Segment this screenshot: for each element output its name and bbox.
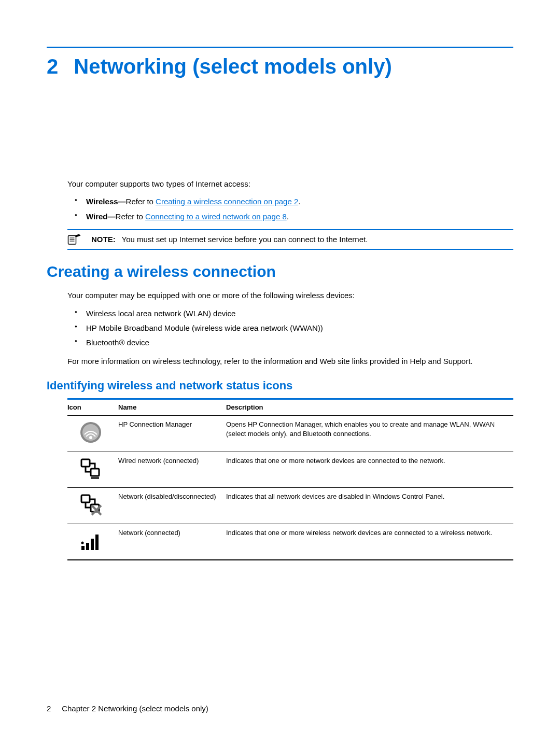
document-page: 2 Networking (select models only) Your c… bbox=[0, 0, 560, 745]
icon-name: Wired network (connected) bbox=[118, 452, 226, 488]
list-item: Wireless—Refer to Creating a wireless co… bbox=[67, 196, 513, 207]
svg-rect-17 bbox=[95, 535, 99, 550]
wireless-device-list: Wireless local area network (WLAN) devic… bbox=[67, 308, 513, 348]
note-box: NOTE: You must set up Internet service b… bbox=[67, 229, 513, 250]
icon-desc: Indicates that all network devices are d… bbox=[226, 488, 513, 524]
table-row: Wired network (connected) Indicates that… bbox=[67, 452, 513, 488]
col-description: Description bbox=[226, 399, 513, 416]
note-icon bbox=[67, 233, 83, 246]
svg-point-6 bbox=[89, 436, 92, 439]
wireless-link[interactable]: Creating a wireless connection on page 2 bbox=[156, 197, 298, 206]
svg-rect-0 bbox=[68, 235, 76, 244]
col-name: Name bbox=[118, 399, 226, 416]
list-item: Wireless local area network (WLAN) devic… bbox=[67, 308, 513, 319]
footer-chapter-label: Chapter 2 Networking (select models only… bbox=[62, 704, 208, 713]
list-item: HP Mobile Broadband Module (wireless wid… bbox=[67, 323, 513, 333]
col-icon: Icon bbox=[67, 399, 118, 416]
table-row: Network (connected) Indicates that one o… bbox=[67, 524, 513, 560]
icon-name: Network (disabled/disconnected) bbox=[118, 488, 226, 524]
chapter-header: 2 Networking (select models only) bbox=[47, 47, 513, 80]
list-text: Refer to bbox=[116, 212, 146, 221]
svg-rect-16 bbox=[91, 539, 94, 550]
svg-rect-14 bbox=[81, 546, 85, 550]
svg-rect-15 bbox=[86, 543, 89, 550]
body-content: Your computer supports two types of Inte… bbox=[67, 179, 513, 560]
svg-rect-10 bbox=[81, 495, 90, 502]
section-outro: For more information on wireless technol… bbox=[67, 356, 513, 367]
access-type-list: Wireless—Refer to Creating a wireless co… bbox=[67, 196, 513, 222]
chapter-number: 2 bbox=[47, 52, 58, 80]
section-intro: Your computer may be equipped with one o… bbox=[67, 290, 513, 301]
network-disabled-icon bbox=[78, 492, 103, 517]
icon-desc: Indicates that one or more network devic… bbox=[226, 452, 513, 488]
list-prefix: Wireless— bbox=[86, 197, 126, 206]
icon-name: Network (connected) bbox=[118, 524, 226, 560]
network-connected-icon bbox=[78, 528, 103, 553]
note-text: You must set up Internet service before … bbox=[122, 235, 368, 244]
section-heading: Creating a wireless connection bbox=[47, 261, 513, 283]
table-header-row: Icon Name Description bbox=[67, 399, 513, 416]
chapter-title: Networking (select models only) bbox=[74, 52, 391, 80]
intro-paragraph: Your computer supports two types of Inte… bbox=[67, 179, 513, 189]
svg-rect-7 bbox=[81, 459, 90, 467]
list-suffix: . bbox=[287, 212, 289, 221]
svg-rect-8 bbox=[91, 469, 99, 476]
list-prefix: Wired— bbox=[86, 212, 116, 221]
hp-connection-manager-icon bbox=[78, 420, 103, 445]
icon-desc: Indicates that one or more wireless netw… bbox=[226, 524, 513, 560]
icon-desc: Opens HP Connection Manager, which enabl… bbox=[226, 415, 513, 452]
svg-point-18 bbox=[81, 541, 84, 544]
list-item: Wired—Refer to Connecting to a wired net… bbox=[67, 212, 513, 222]
status-icon-table: Icon Name Description bbox=[67, 398, 513, 560]
page-footer: 2 Chapter 2 Networking (select models on… bbox=[47, 704, 208, 714]
note-label: NOTE: bbox=[91, 235, 116, 244]
list-suffix: . bbox=[298, 197, 300, 206]
page-number: 2 bbox=[47, 704, 51, 713]
wired-network-connected-icon bbox=[78, 456, 103, 481]
icon-name: HP Connection Manager bbox=[118, 415, 226, 452]
table-row: Network (disabled/disconnected) Indicate… bbox=[67, 488, 513, 524]
list-item: Bluetooth® device bbox=[67, 338, 513, 348]
list-text: Refer to bbox=[126, 197, 156, 206]
subsection-heading: Identifying wireless and network status … bbox=[47, 378, 513, 393]
table-row: HP Connection Manager Opens HP Connectio… bbox=[67, 415, 513, 452]
wired-link[interactable]: Connecting to a wired network on page 8 bbox=[145, 212, 287, 221]
